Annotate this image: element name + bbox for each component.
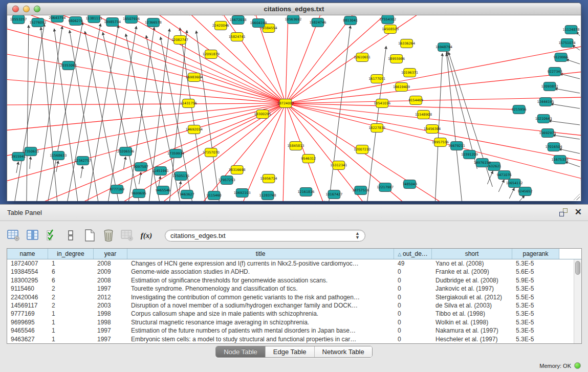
graph-node[interactable]: 18300295 — [254, 110, 271, 119]
graph-node[interactable]: 9777169 — [110, 185, 124, 194]
graph-node[interactable]: 18957556 — [432, 138, 449, 147]
delete-trash-icon[interactable] — [102, 229, 115, 242]
new-document-icon[interactable] — [83, 229, 96, 242]
graph-edge[interactable] — [560, 74, 580, 79]
graph-node[interactable]: 11431756 — [180, 99, 197, 108]
graph-node[interactable]: 11568633 — [50, 151, 67, 160]
graph-node[interactable]: 15312341 — [330, 161, 347, 170]
graph-edge[interactable] — [54, 29, 78, 201]
table-selector-dropdown[interactable]: citations_edges.txt ▲▼ — [165, 230, 365, 242]
graph-edge[interactable] — [555, 89, 580, 93]
network-canvas[interactable]: 1872400719384554158247411209187916983604… — [7, 15, 581, 201]
table-row[interactable]: 946362711997Embryonic stem cells: a mode… — [7, 335, 581, 343]
graph-edge[interactable] — [81, 166, 83, 178]
graph-node[interactable]: 12093872 — [541, 82, 558, 91]
graph-node[interactable]: 18985734 — [104, 18, 121, 27]
table-settings-icon[interactable] — [7, 229, 20, 242]
graph-node[interactable]: 10391209 — [461, 150, 478, 159]
row-height-icon[interactable] — [64, 229, 77, 242]
graph-edge[interactable] — [549, 121, 580, 125]
graph-node[interactable]: 12007210 — [354, 145, 371, 154]
table-row[interactable]: 1938455462009Genome-wide association stu… — [7, 268, 581, 276]
graph-edge-selected[interactable] — [283, 103, 286, 201]
graph-node[interactable]: 15824741 — [229, 33, 246, 41]
graph-edge[interactable] — [509, 188, 514, 199]
table-row[interactable]: 911546021997Tourette syndrome. Phenomeno… — [7, 285, 581, 293]
graph-node[interactable]: 9245652 — [518, 187, 533, 196]
graph-node[interactable]: 8813041 — [343, 16, 358, 25]
graph-node[interactable]: 9806274 — [68, 17, 83, 26]
graph-node[interactable]: 15824746 — [309, 18, 326, 27]
graph-node[interactable]: 10553257 — [10, 15, 27, 24]
graph-node[interactable]: 9129966 — [554, 53, 569, 62]
graph-node[interactable]: 12217987 — [377, 183, 394, 192]
table-row[interactable]: 969969511998Structural magnetic resonanc… — [7, 318, 581, 326]
network-view[interactable]: 1872400719384554158247411209187916983604… — [7, 15, 581, 201]
graph-node[interactable]: 16619409 — [393, 83, 410, 92]
graph-node[interactable]: 3915941 — [11, 152, 26, 161]
graph-edge-selected[interactable] — [286, 15, 388, 103]
column-header-short[interactable]: short — [432, 249, 512, 259]
table-row[interactable]: 2242004622012Investigating the contribut… — [7, 293, 581, 301]
graph-edge[interactable] — [553, 135, 580, 139]
graph-edge-selected[interactable] — [286, 72, 581, 103]
graph-edge[interactable] — [68, 24, 101, 201]
graph-node[interactable]: 12610651 — [354, 53, 371, 62]
graph-edge-selected[interactable] — [286, 103, 324, 201]
window-resize-grip[interactable] — [573, 193, 580, 200]
tab-node-table[interactable]: Node Table — [216, 346, 266, 357]
column-header-out-degree[interactable]: △out_de… — [394, 249, 432, 259]
select-all-check-icon[interactable] — [45, 229, 58, 242]
graph-edge-selected[interactable] — [286, 97, 581, 103]
graph-node[interactable]: 12444195 — [537, 98, 554, 106]
graph-node[interactable]: 16336264 — [398, 39, 415, 48]
graph-edge[interactable] — [551, 104, 580, 108]
graph-node[interactable]: 18757516 — [352, 186, 369, 195]
graph-node[interactable]: 22420046 — [212, 21, 229, 30]
graph-node[interactable]: 20353061 — [60, 61, 77, 70]
graph-node[interactable]: 10167427 — [325, 190, 342, 199]
graph-edge[interactable] — [565, 162, 580, 167]
graph-node[interactable]: 18227835 — [368, 124, 385, 133]
graph-edge-selected[interactable] — [7, 28, 286, 103]
function-builder-icon[interactable]: f(x) — [140, 229, 153, 242]
graph-node[interactable]: 18724007 — [277, 99, 294, 108]
graph-node[interactable]: 16507916 — [123, 15, 140, 24]
graph-edge[interactable] — [37, 26, 62, 201]
graph-node[interactable]: 15751074 — [559, 39, 576, 48]
table-row[interactable]: 1830029562008Estimation of significance … — [7, 276, 581, 285]
graph-edge-selected[interactable] — [286, 15, 355, 103]
select-columns-icon[interactable] — [26, 229, 39, 242]
graph-edge-selected[interactable] — [7, 79, 286, 103]
graph-node[interactable]: 9699695 — [132, 189, 146, 198]
graph-node[interactable]: 9115460 — [207, 191, 222, 200]
graph-edge-selected[interactable] — [7, 54, 286, 103]
graph-node[interactable]: 14508503 — [382, 25, 399, 34]
graph-edge[interactable] — [519, 195, 525, 201]
graph-node[interactable]: 12161816 — [297, 188, 314, 196]
graph-edge[interactable] — [16, 162, 18, 173]
graph-node[interactable]: 16983604 — [186, 73, 203, 82]
graph-node[interactable]: 15692971 — [539, 129, 556, 138]
scrollbar-thumb[interactable] — [575, 261, 580, 275]
close-panel-icon[interactable]: ✕ — [575, 208, 582, 216]
graph-node[interactable]: 12342757 — [74, 157, 91, 165]
graph-node[interactable]: 9097587 — [134, 163, 148, 171]
graph-node[interactable]: 20206536 — [117, 147, 134, 156]
float-panel-icon[interactable] — [559, 208, 568, 216]
graph-node[interactable]: 9471076 — [497, 171, 512, 180]
graph-node[interactable]: 9154469 — [408, 96, 423, 105]
graph-node[interactable]: 12082747 — [171, 36, 188, 45]
graph-node[interactable]: 9463627 — [180, 190, 194, 199]
table-vertical-scrollbar[interactable] — [574, 259, 581, 343]
graph-edge[interactable] — [446, 53, 462, 201]
graph-node[interactable]: 10654112 — [506, 179, 523, 188]
graph-edge-selected[interactable] — [286, 103, 519, 110]
graph-edge[interactable] — [85, 31, 119, 201]
graph-node[interactable]: 11283748 — [259, 191, 276, 200]
graph-node[interactable]: 15276092 — [29, 18, 46, 27]
graph-node[interactable]: 17957253 — [219, 176, 235, 185]
graph-node[interactable]: 15845813 — [288, 142, 304, 150]
graph-node[interactable]: 9465546 — [156, 186, 170, 195]
graph-edge[interactable] — [329, 26, 351, 201]
